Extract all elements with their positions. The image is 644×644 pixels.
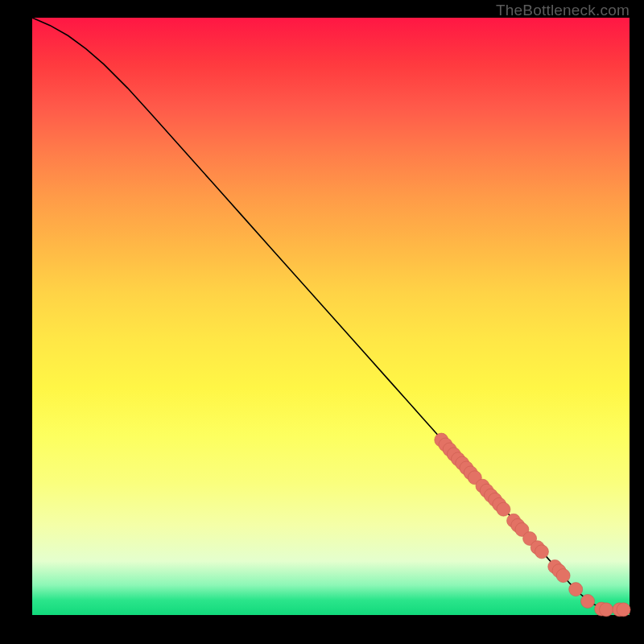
chart-marker (535, 545, 548, 559)
chart-curve (32, 18, 630, 609)
chart-marker (497, 502, 510, 516)
chart-marker (617, 603, 630, 617)
chart-svg (32, 18, 630, 615)
attribution-text: TheBottleneck.com (496, 2, 630, 19)
chart-marker (600, 603, 613, 617)
chart-marker (556, 569, 570, 583)
chart-marker (581, 594, 595, 608)
chart-markers (435, 433, 630, 617)
chart-marker (569, 583, 583, 597)
